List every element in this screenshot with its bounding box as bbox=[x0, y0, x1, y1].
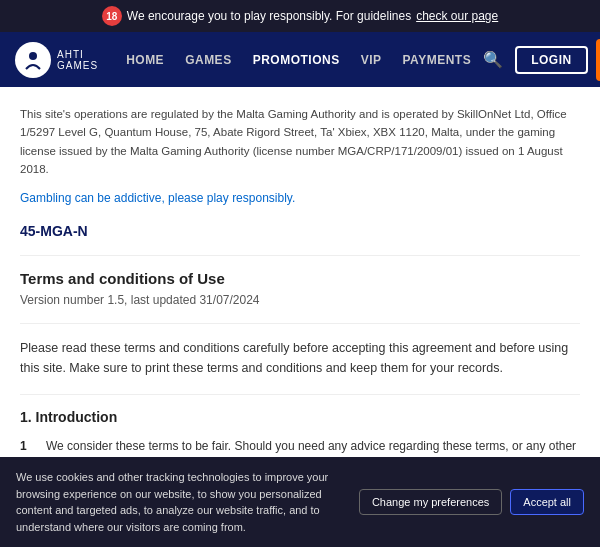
terms-title: Terms and conditions of Use bbox=[20, 270, 580, 287]
navbar: AHTI GAMES HOME GAMES PROMOTIONS VIP PAY… bbox=[0, 32, 600, 87]
nav-games[interactable]: GAMES bbox=[177, 48, 240, 72]
change-preferences-button[interactable]: Change my preferences bbox=[359, 489, 502, 515]
divider-3 bbox=[20, 394, 580, 395]
svg-point-0 bbox=[29, 52, 37, 60]
topbar-link[interactable]: check our page bbox=[416, 9, 498, 23]
version-text: Version number 1.5, last updated 31/07/2… bbox=[20, 293, 580, 307]
topbar-message: We encourage you to play responsibly. Fo… bbox=[127, 9, 411, 23]
top-bar: 18 We encourage you to play responsibly.… bbox=[0, 0, 600, 32]
search-button[interactable]: 🔍 bbox=[479, 46, 507, 73]
nav-home[interactable]: HOME bbox=[118, 48, 172, 72]
cookie-buttons: Change my preferences Accept all bbox=[359, 489, 584, 515]
section1-title: 1. Introduction bbox=[20, 409, 580, 425]
login-button[interactable]: LOGIN bbox=[515, 46, 588, 74]
signup-button[interactable]: SIGN UP bbox=[596, 39, 600, 81]
logo-text: AHTI GAMES bbox=[57, 49, 98, 71]
cookie-text: We use cookies and other tracking techno… bbox=[16, 469, 349, 535]
divider-1 bbox=[20, 255, 580, 256]
intro-paragraph: Please read these terms and conditions c… bbox=[20, 338, 580, 378]
nav-right: 🔍 LOGIN SIGN UP bbox=[479, 39, 600, 81]
accept-all-button[interactable]: Accept all bbox=[510, 489, 584, 515]
nav-payments[interactable]: PAYMENTS bbox=[395, 48, 480, 72]
divider-2 bbox=[20, 323, 580, 324]
cookie-banner: We use cookies and other tracking techno… bbox=[0, 457, 600, 547]
nav-vip[interactable]: VIP bbox=[353, 48, 390, 72]
responsible-link[interactable]: Gambling can be addictive, please play r… bbox=[20, 191, 580, 205]
logo[interactable]: AHTI GAMES bbox=[15, 42, 98, 78]
age-badge: 18 bbox=[102, 6, 122, 26]
nav-links: HOME GAMES PROMOTIONS VIP PAYMENTS bbox=[118, 48, 479, 72]
regulation-text: This site's operations are regulated by … bbox=[20, 105, 580, 179]
nav-promotions[interactable]: PROMOTIONS bbox=[245, 48, 348, 72]
logo-icon bbox=[15, 42, 51, 78]
mga-badge: 45-MGA-N bbox=[20, 223, 580, 239]
